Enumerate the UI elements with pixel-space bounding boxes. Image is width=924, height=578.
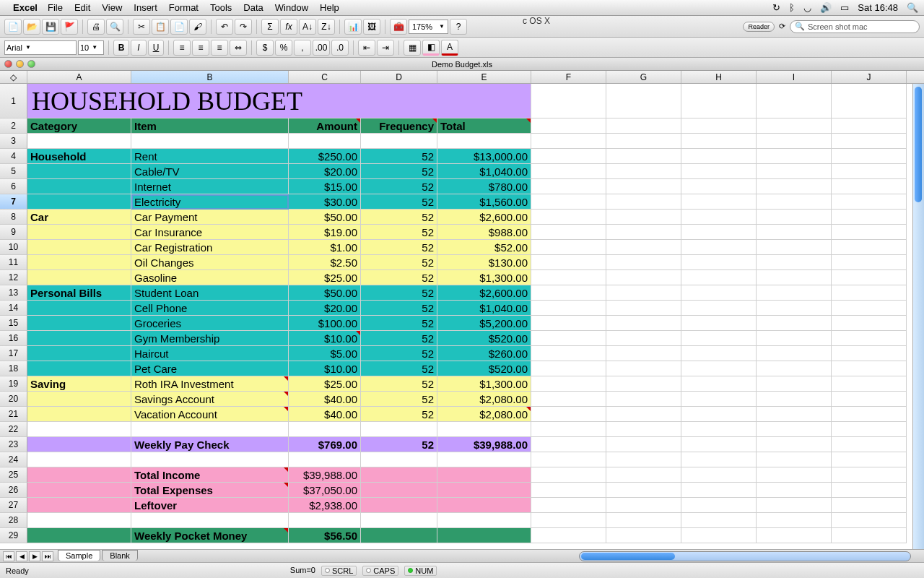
cell[interactable]: $50.00	[289, 210, 361, 225]
cell[interactable]: $5.00	[289, 346, 361, 361]
tab-nav-last[interactable]: ⏭	[42, 551, 53, 561]
cell[interactable]: $20.00	[289, 164, 361, 179]
row-header[interactable]: 11	[0, 255, 27, 270]
cell[interactable]	[606, 255, 681, 270]
cell[interactable]	[606, 361, 681, 376]
cell[interactable]	[757, 240, 832, 255]
cell[interactable]: Weekly Pocket Money	[131, 528, 289, 543]
cell[interactable]	[681, 84, 757, 118]
cell[interactable]: Roth IRA Investment	[131, 376, 289, 392]
time-machine-icon[interactable]: ↻	[772, 2, 780, 13]
cell[interactable]	[757, 452, 832, 467]
sheet-tab-blank[interactable]: Blank	[102, 550, 138, 561]
row-header[interactable]: 29	[0, 528, 27, 543]
cell[interactable]: $2,600.00	[437, 210, 531, 225]
cell[interactable]	[27, 331, 131, 346]
cell[interactable]: Groceries	[131, 316, 289, 331]
cell[interactable]	[681, 134, 757, 149]
align-left-button[interactable]: ≡	[173, 40, 191, 56]
cell[interactable]: 52	[361, 149, 437, 164]
cell[interactable]	[531, 194, 606, 210]
cell[interactable]	[832, 513, 907, 528]
cell[interactable]: $1,040.00	[437, 301, 531, 316]
cell[interactable]: 52	[361, 376, 437, 392]
help-button[interactable]: ?	[450, 19, 467, 35]
cell[interactable]	[531, 210, 606, 225]
cell[interactable]	[27, 134, 131, 149]
cell[interactable]: Personal Bills	[27, 285, 131, 301]
cell[interactable]: Total Expenses	[131, 483, 289, 498]
battery-icon[interactable]: ▭	[840, 2, 849, 13]
cell[interactable]	[531, 452, 606, 467]
cell[interactable]	[606, 285, 681, 301]
cell[interactable]: Electricity	[131, 194, 289, 210]
menu-help[interactable]: Help	[320, 2, 339, 13]
row-header[interactable]: 8	[0, 210, 27, 225]
wifi-icon[interactable]: ◡	[803, 2, 811, 13]
row-header[interactable]: 2	[0, 118, 27, 134]
cell[interactable]	[832, 118, 907, 134]
cell[interactable]	[531, 134, 606, 149]
cell[interactable]	[757, 437, 832, 452]
cell[interactable]	[832, 179, 907, 194]
cell[interactable]	[757, 316, 832, 331]
cell[interactable]: Total	[437, 118, 531, 134]
cell[interactable]	[757, 483, 832, 498]
open-button[interactable]: 📂	[23, 19, 40, 35]
row-header[interactable]: 13	[0, 285, 27, 301]
cell[interactable]	[832, 422, 907, 437]
cell[interactable]	[531, 285, 606, 301]
cell[interactable]: $769.00	[289, 437, 361, 452]
cell[interactable]	[531, 240, 606, 255]
row-header[interactable]: 17	[0, 346, 27, 361]
cell[interactable]	[681, 194, 757, 210]
cell[interactable]: Car Registration	[131, 240, 289, 255]
cell[interactable]	[606, 240, 681, 255]
cell[interactable]	[27, 483, 131, 498]
row-header[interactable]: 16	[0, 331, 27, 346]
cell[interactable]	[757, 331, 832, 346]
cell[interactable]	[131, 452, 289, 467]
cell[interactable]	[757, 134, 832, 149]
cell[interactable]	[681, 346, 757, 361]
cell[interactable]: Rent	[131, 149, 289, 164]
row-header[interactable]: 19	[0, 376, 27, 392]
cell[interactable]: 52	[361, 194, 437, 210]
cell[interactable]	[531, 301, 606, 316]
cell[interactable]: $56.50	[289, 528, 361, 543]
cell[interactable]	[606, 210, 681, 225]
col-header-i[interactable]: I	[757, 71, 832, 83]
cell[interactable]	[832, 316, 907, 331]
cell[interactable]	[27, 346, 131, 361]
cell[interactable]: $39,988.00	[289, 467, 361, 483]
cell[interactable]: $19.00	[289, 225, 361, 240]
new-workbook-button[interactable]: 📄	[4, 19, 22, 35]
cell[interactable]: $39,988.00	[437, 437, 531, 452]
cell[interactable]	[531, 407, 606, 422]
cell[interactable]	[681, 331, 757, 346]
cell[interactable]: Amount	[289, 118, 361, 134]
decrease-decimal-button[interactable]: .0	[331, 40, 349, 56]
cell[interactable]	[606, 437, 681, 452]
cell[interactable]: Cell Phone	[131, 301, 289, 316]
row-header[interactable]: 3	[0, 134, 27, 149]
cell[interactable]: $1,560.00	[437, 194, 531, 210]
col-header-f[interactable]: F	[531, 71, 606, 83]
sheet-tab-sample[interactable]: Sample	[58, 550, 100, 561]
reload-icon[interactable]: ⟳	[779, 22, 785, 31]
cell[interactable]	[757, 285, 832, 301]
select-all-corner[interactable]: ◇	[0, 71, 27, 83]
cell[interactable]	[757, 118, 832, 134]
cell[interactable]: $40.00	[289, 392, 361, 407]
cell[interactable]	[531, 149, 606, 164]
cell[interactable]	[361, 467, 437, 483]
cell[interactable]	[27, 361, 131, 376]
cell[interactable]: Frequency	[361, 118, 437, 134]
undo-button[interactable]: ↶	[216, 19, 233, 35]
cell[interactable]: Car Payment	[131, 210, 289, 225]
reader-button[interactable]: Reader	[743, 22, 775, 32]
font-size-select[interactable]: 10 ▼	[78, 40, 104, 55]
row-header[interactable]: 7	[0, 194, 27, 210]
row-header[interactable]: 14	[0, 301, 27, 316]
cell[interactable]	[757, 422, 832, 437]
